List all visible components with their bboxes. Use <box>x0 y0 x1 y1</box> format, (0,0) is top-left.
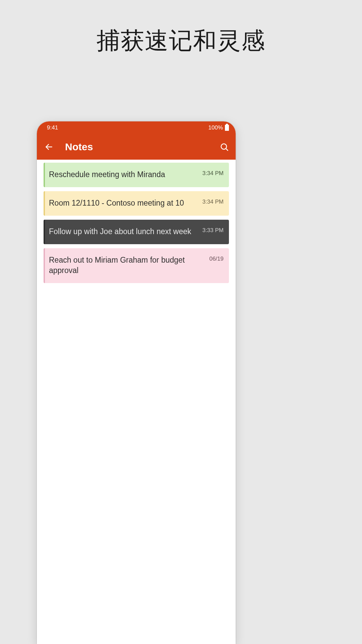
phone-frame: 9:41 100% Notes Reschedule meeting with … <box>37 121 236 644</box>
battery-icon <box>225 125 229 131</box>
note-timestamp: 3:34 PM <box>202 198 224 205</box>
note-card[interactable]: Reach out to Miriam Graham for budget ap… <box>44 248 229 283</box>
note-timestamp: 3:33 PM <box>202 226 224 234</box>
note-text: Room 12/1110 - Contoso meeting at 10 <box>49 198 199 208</box>
note-text: Follow up with Joe about lunch next week <box>49 226 199 237</box>
app-bar: Notes <box>37 134 236 160</box>
back-button[interactable] <box>44 142 54 152</box>
status-bar: 9:41 100% <box>37 121 236 134</box>
note-text: Reach out to Miriam Graham for budget ap… <box>49 255 206 276</box>
note-card[interactable]: Room 12/1110 - Contoso meeting at 10 3:3… <box>44 191 229 216</box>
promo-headline: 捕获速记和灵感 <box>0 25 362 57</box>
arrow-left-icon <box>45 143 53 151</box>
note-card[interactable]: Follow up with Joe about lunch next week… <box>44 220 229 244</box>
battery-percent-label: 100% <box>208 124 223 131</box>
page-title: Notes <box>65 141 219 153</box>
status-time: 9:41 <box>47 124 58 131</box>
note-card[interactable]: Reschedule meeting with Miranda 3:34 PM <box>44 163 229 187</box>
note-timestamp: 06/19 <box>209 255 224 262</box>
svg-line-2 <box>226 149 228 151</box>
search-button[interactable] <box>219 142 230 152</box>
note-timestamp: 3:34 PM <box>202 169 224 177</box>
search-icon <box>220 142 229 152</box>
note-text: Reschedule meeting with Miranda <box>49 169 199 180</box>
notes-list: Reschedule meeting with Miranda 3:34 PM … <box>37 160 236 290</box>
status-right: 100% <box>208 124 229 131</box>
